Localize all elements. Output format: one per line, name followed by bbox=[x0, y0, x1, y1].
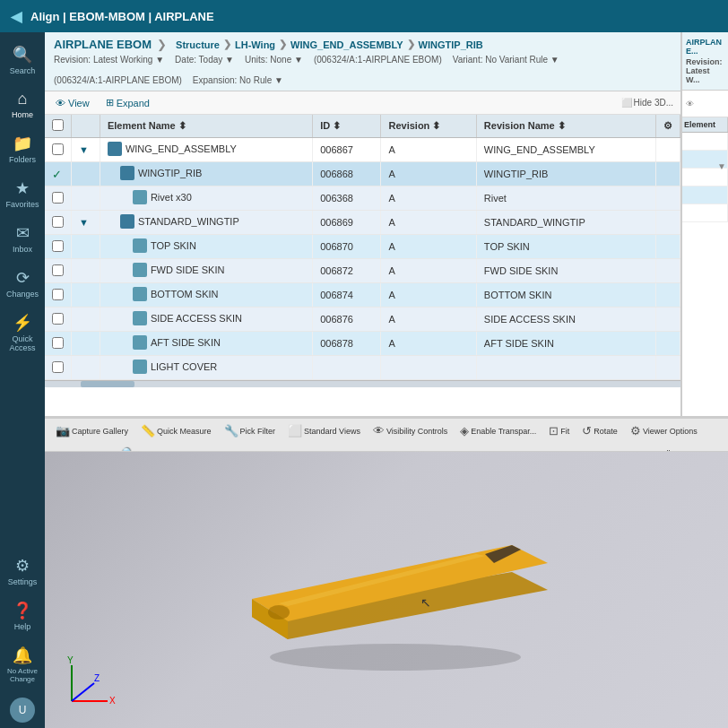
cell-check[interactable] bbox=[45, 259, 72, 283]
cell-check[interactable] bbox=[45, 138, 72, 162]
cell-check[interactable] bbox=[45, 186, 72, 211]
select-all-checkbox[interactable] bbox=[52, 119, 64, 131]
cell-element-name[interactable]: TOP SKIN bbox=[100, 235, 312, 259]
row-checkbox[interactable] bbox=[52, 240, 64, 252]
cell-element-name[interactable]: SIDE ACCESS SKIN bbox=[100, 308, 312, 332]
standard-views-button[interactable]: ⬜ Standard Views bbox=[284, 422, 364, 439]
row-checkbox[interactable] bbox=[52, 337, 64, 349]
rotate-button[interactable]: ↺ Rotate bbox=[578, 422, 621, 439]
panel-header: AIRPLANE EBOM ❯ Structure ❯ LH-Wing ❯ WI… bbox=[45, 32, 680, 91]
sidebar-item-favorites[interactable]: ★ Favorites bbox=[0, 173, 45, 214]
cell-element-name[interactable]: AFT SIDE SKIN bbox=[100, 332, 312, 356]
th-element-name[interactable]: Element Name ⬍ bbox=[100, 115, 312, 138]
table-row[interactable]: SIDE ACCESS SKIN 006876ASIDE ACCESS SKIN bbox=[45, 308, 680, 332]
breadcrumb-structure[interactable]: Structure bbox=[176, 39, 220, 50]
expand-toggle[interactable]: ▼ bbox=[79, 217, 89, 228]
table-row[interactable]: FWD SIDE SKIN 006872AFWD SIDE SKIN bbox=[45, 259, 680, 283]
meta-revision[interactable]: Revision: Latest Working ▼ bbox=[54, 55, 164, 65]
cell-check[interactable] bbox=[45, 235, 72, 259]
viewer-canvas[interactable]: ↖ X Y Z bbox=[45, 452, 728, 728]
expand-button[interactable]: ⊞ Expand bbox=[102, 95, 153, 110]
right-scroll-arrow[interactable]: ▼ bbox=[717, 161, 726, 171]
sidebar-item-settings[interactable]: ⚙ Settings bbox=[0, 550, 45, 592]
breadcrumb-wingend[interactable]: WING_END_ASSEMBLY bbox=[290, 39, 403, 50]
element-name-text: WING_END_ASSEMBLY bbox=[126, 143, 237, 154]
sidebar-item-folders[interactable]: 📁 Folders bbox=[0, 128, 45, 169]
meta-expansion[interactable]: Expansion: No Rule ▼ bbox=[193, 75, 283, 85]
row-checkbox[interactable] bbox=[52, 216, 64, 228]
row-checkbox[interactable] bbox=[52, 143, 64, 155]
cell-check[interactable]: ✓ bbox=[45, 162, 72, 186]
fit-button[interactable]: ⊡ Fit bbox=[545, 422, 573, 439]
sidebar-item-changes[interactable]: ⟳ Changes bbox=[0, 263, 45, 304]
cell-check[interactable] bbox=[45, 308, 72, 332]
capture-gallery-button[interactable]: 📷 Capture Gallery bbox=[52, 422, 132, 439]
visibility-controls-button[interactable]: 👁 Visibility Controls bbox=[369, 422, 451, 439]
viewer-options-button[interactable]: ⚙ Viewer Options bbox=[627, 422, 701, 439]
meta-ebom-id: (006324/A:1-AIRPLANE EBOM) bbox=[314, 55, 442, 65]
query-button[interactable]: 🔎 Query bbox=[114, 445, 160, 452]
element-icon bbox=[108, 142, 122, 156]
table-row[interactable]: TOP SKIN 006870ATOP SKIN bbox=[45, 235, 680, 259]
scrollbar-thumb bbox=[81, 381, 134, 387]
quick-measure-button[interactable]: 📏 Quick Measure bbox=[137, 422, 215, 439]
cell-expand[interactable]: ▼ bbox=[72, 138, 100, 162]
meta-variant[interactable]: Variant: No Variant Rule ▼ bbox=[453, 55, 559, 65]
cell-element-name[interactable]: STANDARD_WINGTIP bbox=[100, 211, 312, 235]
bottom-toolbar: 📷 Capture Gallery 📏 Quick Measure 🔧 Pick… bbox=[45, 418, 728, 452]
sidebar-item-nochange[interactable]: 🔔 No Active Change bbox=[0, 640, 45, 689]
sidebar-item-home[interactable]: ⌂ Home bbox=[0, 84, 45, 125]
svg-text:X: X bbox=[109, 696, 116, 706]
back-button[interactable]: ◀ bbox=[11, 8, 22, 25]
row-checkbox[interactable] bbox=[52, 289, 64, 300]
th-revision-name[interactable]: Revision Name ⬍ bbox=[476, 115, 655, 138]
cell-check[interactable] bbox=[45, 332, 72, 356]
table-row[interactable]: ✓ WINGTIP_RIB 006868AWINGTIP_RIB bbox=[45, 162, 680, 186]
sidebar-item-avatar[interactable]: U bbox=[0, 692, 45, 728]
cell-element-name[interactable]: LIGHT COVER bbox=[100, 356, 312, 380]
hide-3d-button[interactable]: ⬜ Hide 3D... bbox=[621, 98, 673, 108]
rotate-label: Rotate bbox=[594, 427, 618, 436]
right-table-row-4 bbox=[682, 186, 728, 204]
meta-date[interactable]: Date: Today ▼ bbox=[175, 55, 234, 65]
sidebar-item-inbox[interactable]: ✉ Inbox bbox=[0, 218, 45, 259]
expand-icon: ⊞ bbox=[106, 97, 114, 108]
cell-check[interactable] bbox=[45, 283, 72, 308]
table-row[interactable]: LIGHT COVER bbox=[45, 356, 680, 380]
row-checkbox[interactable] bbox=[52, 264, 64, 276]
element-name-text: STANDARD_WINGTIP bbox=[138, 216, 239, 227]
row-checkbox[interactable] bbox=[52, 192, 64, 204]
table-row[interactable]: ▼ STANDARD_WINGTIP 006869ASTANDARD_WINGT… bbox=[45, 211, 680, 235]
row-checkbox[interactable] bbox=[52, 361, 64, 373]
sidebar-label-nochange: No Active Change bbox=[4, 667, 41, 683]
cell-check[interactable] bbox=[45, 211, 72, 235]
cell-element-name[interactable]: WING_END_ASSEMBLY bbox=[100, 138, 312, 162]
sidebar-item-search[interactable]: 🔍 Search bbox=[0, 39, 45, 81]
table-row[interactable]: ▼ WING_END_ASSEMBLY 006867AWING_END_ASSE… bbox=[45, 138, 680, 162]
expand-toggle[interactable]: ▼ bbox=[79, 144, 89, 155]
cell-element-name[interactable]: WINGTIP_RIB bbox=[100, 162, 312, 186]
view-button[interactable]: 👁 View bbox=[52, 96, 93, 110]
svg-point-0 bbox=[270, 644, 521, 671]
th-id[interactable]: ID ⬍ bbox=[313, 115, 381, 138]
row-checkbox[interactable] bbox=[52, 313, 64, 325]
horizontal-scrollbar[interactable] bbox=[45, 380, 680, 387]
cell-check[interactable] bbox=[45, 356, 72, 380]
cell-revision-name: STANDARD_WINGTIP bbox=[476, 211, 655, 235]
breadcrumb-wingtip[interactable]: WINGTIP_RIB bbox=[419, 39, 483, 50]
table-row[interactable]: Rivet x30 006368ARivet bbox=[45, 186, 680, 211]
th-settings[interactable]: ⚙ bbox=[656, 115, 680, 138]
cell-element-name[interactable]: FWD SIDE SKIN bbox=[100, 259, 312, 283]
meta-units[interactable]: Units: None ▼ bbox=[245, 55, 303, 65]
table-row[interactable]: BOTTOM SKIN 006874ABOTTOM SKIN bbox=[45, 283, 680, 308]
cell-element-name[interactable]: Rivet x30 bbox=[100, 186, 312, 211]
enable-transparency-button[interactable]: ◈ Enable Transpar... bbox=[456, 422, 540, 439]
cell-expand[interactable]: ▼ bbox=[72, 211, 100, 235]
sidebar-item-help[interactable]: ❓ Help bbox=[0, 595, 45, 637]
table-row[interactable]: AFT SIDE SKIN 006878AAFT SIDE SKIN bbox=[45, 332, 680, 356]
cell-element-name[interactable]: BOTTOM SKIN bbox=[100, 283, 312, 308]
th-revision[interactable]: Revision ⬍ bbox=[381, 115, 476, 138]
pick-filter-button[interactable]: 🔧 Pick Filter bbox=[221, 422, 280, 439]
sidebar-item-quickaccess[interactable]: ⚡ Quick Access bbox=[0, 308, 45, 358]
breadcrumb-lhwing[interactable]: LH-Wing bbox=[235, 39, 275, 50]
